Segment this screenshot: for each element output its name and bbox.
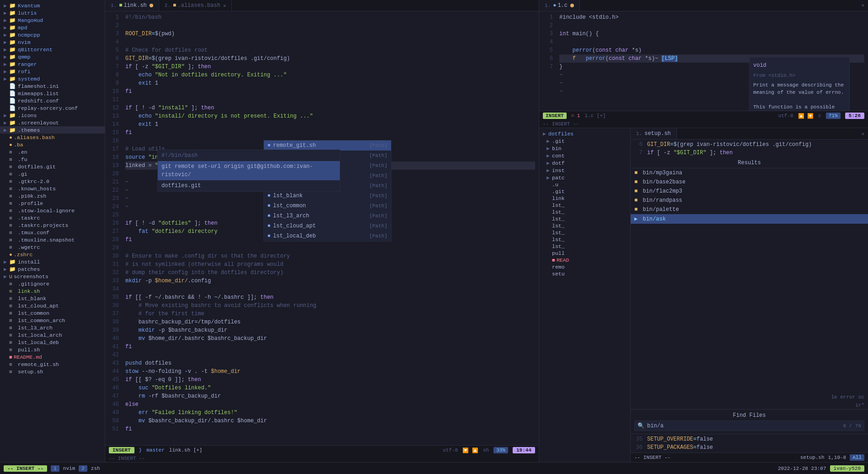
tree-item-linksh[interactable]: ▶≡link.sh (0, 287, 105, 295)
tree-item-readme[interactable]: ■READ (539, 257, 630, 264)
tree-item[interactable]: ▶📁ranger (0, 60, 105, 68)
tree-item-readmemd[interactable]: ▶■README.md (0, 353, 105, 361)
tab-close-right[interactable]: ✕ (857, 0, 868, 11)
tree-item-remo[interactable]: remo (539, 264, 630, 270)
ac-item[interactable]: ■ lst_common [Path] (264, 201, 391, 211)
ac-item[interactable]: ■ lst_l3_arch [Path] (264, 211, 391, 221)
result-item-selected[interactable]: ▶ bin/ask (631, 214, 868, 224)
tree-item[interactable]: ▶≡.known_hosts (0, 185, 105, 192)
tree-item-aliases[interactable]: ▶●.aliases.bash (0, 134, 105, 141)
tree-item[interactable]: ▶≡lst_common_arch (0, 317, 105, 324)
tab-1c[interactable]: 1. ● 1.c (539, 0, 580, 11)
tree-item-zshrc[interactable]: ▶●.zshrc (0, 251, 105, 258)
tree-item[interactable]: ▶📁Kvantum (0, 2, 105, 9)
tab-aliases[interactable]: 2. ■ .aliases.bash ✕ (159, 0, 232, 11)
tree-item[interactable]: ▶≡.stow-local-ignore (0, 207, 105, 214)
tree-item-screenshots[interactable]: ▶Uscreenshots (0, 273, 105, 280)
tree-item[interactable]: ▶📄redshift.conf (0, 97, 105, 104)
tree-item[interactable]: ▶≡.profile (0, 199, 105, 207)
tree-item[interactable]: ▶📁ncmpcpp (0, 31, 105, 38)
inline-menu-item-selected[interactable]: git remote set-url origin git@github.com… (158, 161, 340, 180)
result-item[interactable]: ■ bin/flac2mp3 (631, 187, 868, 196)
tree-item-lst5[interactable]: lst_ (539, 229, 630, 236)
tree-item[interactable]: ▶📁rofi (0, 68, 105, 75)
tree-item-bin[interactable]: ▶bin (539, 145, 630, 152)
tree-item[interactable]: ▶📁qBittorrent (0, 46, 105, 53)
tree-item-link[interactable]: link (539, 195, 630, 202)
tree-item-lst7[interactable]: lst_ (539, 243, 630, 250)
tree-item[interactable]: ▶≡.wgetrc (0, 243, 105, 251)
tree-item[interactable]: ▶📄mimeapps.list (0, 90, 105, 97)
tree-item[interactable]: ▶📁systemd (0, 75, 105, 82)
tab-linksh[interactable]: 1. ■ link.sh (105, 0, 159, 11)
tree-item-lst3[interactable]: lst_ (539, 215, 630, 222)
tree-item-lst1[interactable]: lst_ (539, 202, 630, 209)
inline-menu-item[interactable]: #!/bin/bash (158, 150, 340, 161)
inline-menu-item[interactable]: dotfiles.git (158, 180, 340, 191)
tree-item[interactable]: ▶≡lst_cloud_apt (0, 302, 105, 309)
tree-item-lst6[interactable]: lst_ (539, 236, 630, 243)
tree-item-u[interactable]: .u (539, 181, 630, 188)
tree-item-cont[interactable]: ▶cont (539, 152, 630, 159)
tree-item[interactable]: ▶≡.gtkrc-2.0 (0, 178, 105, 185)
tree-item[interactable]: ▶📁mpd (0, 24, 105, 31)
tree-item-git[interactable]: ▶.git (539, 137, 630, 145)
tree-item[interactable]: ▶≡.fu (0, 156, 105, 163)
tree-item-gitignore[interactable]: ▶≡.gitignore (0, 280, 105, 287)
right-code-area[interactable]: #include <stdio.h> int main() { perror(c… (556, 11, 868, 111)
tree-item[interactable]: ▶📁lutris (0, 9, 105, 16)
tree-item[interactable]: ▶≡lst_common (0, 309, 105, 317)
tree-item[interactable]: ▶≡.tmuxline.snapshot (0, 236, 105, 243)
ac-item-remote-git[interactable]: ■ remote_git.sh [Path] (264, 140, 391, 151)
tree-item-dotfiles[interactable]: ▶dotfiles (539, 130, 630, 137)
tree-item[interactable]: ▶📁MangoHud (0, 16, 105, 24)
tree-item-install[interactable]: ▶📁install (0, 258, 105, 265)
tree-item-screenlayout[interactable]: ▶📁.screenlayout (0, 119, 105, 126)
tree-item-pullsh[interactable]: ▶≡pull.sh (0, 346, 105, 353)
tree-item-setu[interactable]: setu (539, 270, 630, 277)
tab-close-aliases[interactable]: ✕ (223, 3, 226, 9)
result-item[interactable]: ■ bin/mp3gaina (631, 168, 868, 178)
tree-item[interactable]: ▶≡dotfiles.git (0, 163, 105, 170)
find-files-input[interactable] (647, 423, 840, 429)
tree-item-icons[interactable]: ▶📁.icons (0, 112, 105, 119)
tree-item[interactable]: ▶≡lst_l3_arch (0, 324, 105, 331)
tree-item-patc[interactable]: ▶patc (539, 174, 630, 181)
tree-item-lst4[interactable]: lst_ (539, 222, 630, 229)
tree-item[interactable]: ▶≡lst_local_deb (0, 339, 105, 346)
result-item[interactable]: ■ bin/randpass (631, 196, 868, 205)
tree-item-pull[interactable]: pull (539, 250, 630, 257)
tab-setupsh[interactable]: 1. setup.sh (631, 128, 677, 139)
tree-item-remotegit[interactable]: ▶≡remote_git.sh (0, 361, 105, 368)
tree-item[interactable]: ▶📁qmmp (0, 53, 105, 60)
tree-item-patches[interactable]: ▶📁patches (0, 265, 105, 273)
tree-item[interactable]: ▶≡lst_local_arch (0, 331, 105, 339)
tree-item[interactable]: ▶≡.tmux.conf (0, 229, 105, 236)
tree-item[interactable]: ▶≡.p10k.zsh (0, 192, 105, 199)
tree-item[interactable]: ▶📄replay-sorcery.conf (0, 104, 105, 112)
tree-item[interactable]: ▶≡lst_blank (0, 295, 105, 302)
tree-item-dotf[interactable]: ▶dotf (539, 159, 630, 167)
file-icon: ≡ (9, 164, 16, 170)
result-item[interactable]: ■ bin/palette (631, 205, 868, 214)
result-item[interactable]: ■ bin/base2base (631, 178, 868, 187)
inline-context-menu[interactable]: #!/bin/bash git remote set-url origin gi… (157, 150, 340, 192)
tree-item[interactable]: ▶📄flameshot.ini (0, 82, 105, 90)
tree-item-themes[interactable]: ▶📁.themes (0, 126, 105, 134)
ac-item[interactable]: ■ lst_cloud_apt [Path] (264, 221, 391, 231)
tree-item[interactable]: ▶●.ba (0, 141, 105, 148)
tree-item-setupsh[interactable]: ▶≡setup.sh (0, 368, 105, 375)
tree-item[interactable]: ▶📁nvim (0, 38, 105, 46)
setup-tab-close[interactable]: ✕ (857, 129, 868, 139)
tree-item[interactable]: ▶≡.en (0, 148, 105, 156)
tree-item-lst2[interactable]: lst_ (539, 209, 630, 215)
tree-item[interactable]: ▶≡.gi (0, 170, 105, 178)
tree-item-inst[interactable]: ▶inst (539, 167, 630, 174)
ac-item[interactable]: ■ lst_blank [Path] (264, 191, 391, 201)
tree-item[interactable]: ▶≡.taskrc.projects (0, 221, 105, 229)
tree-item[interactable]: ▶≡.taskrc (0, 214, 105, 221)
tree-item-git2[interactable]: .git (539, 188, 630, 195)
find-files-input-container[interactable]: 🔍 6 / 76 (634, 420, 864, 431)
ac-item[interactable]: ■ lst_local_deb [Path] (264, 231, 391, 241)
code-area[interactable]: #!/bin/bash ROOT_DIR=$(pwd) # Check for … (122, 11, 539, 445)
